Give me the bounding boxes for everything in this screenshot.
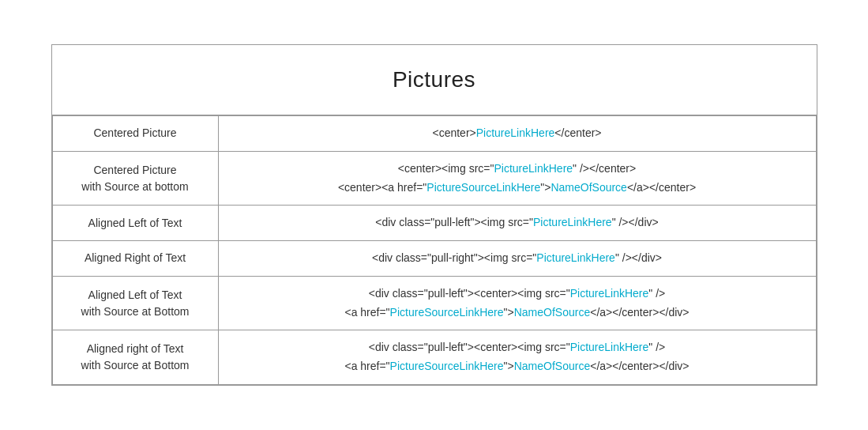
table-row: Centered Picture<center>PictureLinkHere<… bbox=[52, 115, 816, 151]
row-label: Aligned right of Textwith Source at Bott… bbox=[52, 330, 218, 385]
plain-text: <a href=" bbox=[344, 306, 389, 319]
row-code: <center><img src="PictureLinkHere" /></c… bbox=[218, 151, 816, 206]
table-row: Aligned right of Textwith Source at Bott… bbox=[52, 330, 816, 385]
plain-text: </a></center> bbox=[627, 181, 696, 194]
table-row: Centered Picturewith Source at bottom<ce… bbox=[52, 151, 816, 206]
row-label: Aligned Left of Text bbox=[52, 206, 218, 241]
plain-text: "> bbox=[504, 306, 514, 319]
row-label: Aligned Right of Text bbox=[52, 241, 218, 277]
plain-text: <div class="pull-left"><center><img src=… bbox=[369, 287, 570, 300]
main-container: Pictures Centered Picture<center>Picture… bbox=[51, 44, 817, 386]
plain-text: <div class="pull-right"><img src=" bbox=[372, 251, 536, 264]
page-title: Pictures bbox=[52, 45, 817, 115]
row-code: <div class="pull-right"><img src="Pictur… bbox=[218, 241, 816, 277]
plain-text: <div class="pull-left"><img src=" bbox=[375, 216, 533, 228]
link-text: PictureLinkHere bbox=[570, 341, 649, 353]
link-text: NameOfSource bbox=[514, 360, 590, 372]
row-code: <center>PictureLinkHere</center> bbox=[218, 115, 816, 151]
row-code: <div class="pull-left"><center><img src=… bbox=[218, 276, 816, 330]
plain-text: " /> bbox=[648, 287, 665, 300]
plain-text: " /></div> bbox=[615, 251, 662, 264]
plain-text: " /></div> bbox=[612, 216, 659, 228]
plain-text: <center><img src=" bbox=[398, 162, 494, 175]
row-label: Centered Picturewith Source at bottom bbox=[52, 151, 218, 206]
plain-text: " /> bbox=[648, 341, 665, 353]
link-text: PictureSourceLinkHere bbox=[390, 360, 504, 372]
plain-text: " /></center> bbox=[573, 162, 636, 175]
row-code: <div class="pull-left"><center><img src=… bbox=[218, 330, 816, 385]
plain-text: </center> bbox=[554, 126, 601, 139]
plain-text: </a></center></div> bbox=[590, 306, 689, 319]
table-row: Aligned Left of Text<div class="pull-lef… bbox=[52, 206, 816, 241]
plain-text: <center><a href=" bbox=[338, 181, 426, 194]
link-text: PictureSourceLinkHere bbox=[426, 181, 540, 194]
table-row: Aligned Right of Text<div class="pull-ri… bbox=[52, 241, 816, 277]
row-label: Aligned Left of Textwith Source at Botto… bbox=[52, 276, 218, 330]
row-code: <div class="pull-left"><img src="Picture… bbox=[218, 206, 816, 241]
pictures-table: Centered Picture<center>PictureLinkHere<… bbox=[52, 115, 817, 385]
link-text: PictureLinkHere bbox=[533, 216, 612, 228]
plain-text: <a href=" bbox=[344, 360, 389, 372]
link-text: PictureLinkHere bbox=[494, 162, 573, 175]
plain-text: </a></center></div> bbox=[590, 360, 689, 372]
link-text: PictureSourceLinkHere bbox=[390, 306, 504, 319]
plain-text: <div class="pull-left"><center><img src=… bbox=[369, 341, 570, 353]
plain-text: <center> bbox=[432, 126, 475, 139]
plain-text: "> bbox=[504, 360, 514, 372]
link-text: PictureLinkHere bbox=[476, 126, 555, 139]
link-text: NameOfSource bbox=[550, 181, 626, 194]
table-row: Aligned Left of Textwith Source at Botto… bbox=[52, 276, 816, 330]
link-text: NameOfSource bbox=[514, 306, 590, 319]
link-text: PictureLinkHere bbox=[536, 251, 615, 264]
row-label: Centered Picture bbox=[52, 115, 218, 151]
link-text: PictureLinkHere bbox=[570, 287, 649, 300]
plain-text: "> bbox=[540, 181, 550, 194]
